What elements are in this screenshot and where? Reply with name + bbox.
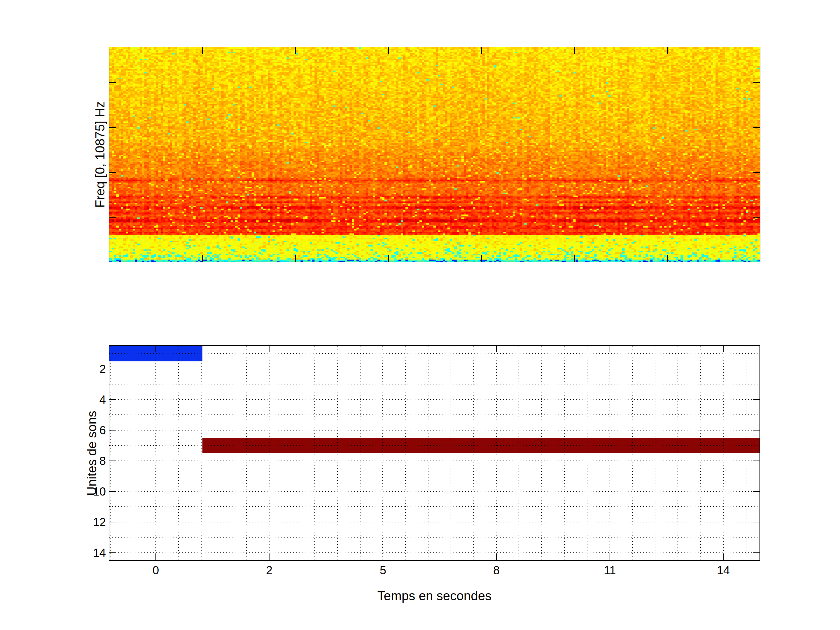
bars-x-tick-bottom-1 — [269, 554, 270, 560]
bars-gridline-h — [109, 369, 759, 369]
bars-gridline-v — [110, 346, 111, 560]
spectrogram-x-tick-bottom-0 — [202, 255, 203, 262]
spectrogram-x-tick-bottom-5 — [667, 255, 668, 262]
spectrogram-x-tick-top-4 — [574, 47, 575, 54]
bars-gridline-h — [109, 522, 759, 523]
bars-y-tick-label-2: 2 — [99, 363, 106, 375]
bars-x-tick-label-8: 8 — [493, 564, 500, 576]
bars-gridline-h — [109, 353, 759, 354]
bars-gridline-v — [155, 346, 156, 560]
bars-y-tick-right-10 — [753, 491, 759, 492]
bars-x-tick-label-14: 14 — [717, 564, 730, 576]
bars-gridline-v — [292, 346, 292, 560]
bars-gridline-h — [109, 430, 759, 431]
bars-gridline-v — [542, 346, 542, 560]
spectrogram-y-tick-right-0 — [753, 82, 760, 83]
bars-gridline-v — [360, 346, 360, 560]
bars-y-tick-right-6 — [753, 430, 759, 431]
spectrogram-y-tick-left-0 — [109, 82, 116, 83]
bars-gridline-v — [564, 346, 565, 560]
spectrogram-y-tick-right-1 — [753, 127, 760, 128]
bars-xlabel: Temps en secondes — [377, 589, 491, 602]
bars-y-tick-label-4: 4 — [99, 394, 106, 406]
bars-gridline-h — [109, 445, 759, 446]
bars-y-tick-left-10 — [109, 491, 116, 492]
bars-y-tick-label-12: 12 — [93, 516, 106, 528]
matlab-figure: Freq [0, 10875] Hz Unites de sons Temps … — [0, 0, 840, 630]
spectrogram-x-tick-top-1 — [295, 47, 296, 54]
bars-gridline-v — [746, 346, 746, 560]
bars-gridline-h — [109, 537, 759, 538]
bars-x-tick-label-5: 5 — [380, 564, 386, 576]
bars-gridline-v — [337, 346, 338, 560]
spectrogram-x-tick-bottom-1 — [295, 255, 296, 262]
bars-y-tick-left-12 — [109, 522, 116, 523]
bars-gridline-v — [201, 346, 202, 560]
bars-y-tick-left-14 — [109, 553, 116, 553]
bars-gridline-v — [178, 346, 179, 560]
bars-gridline-h — [109, 476, 759, 476]
spectrogram-canvas — [109, 47, 760, 262]
bars-x-tick-bottom-4 — [609, 554, 610, 560]
bars-axes — [109, 345, 760, 561]
spectrogram-y-tick-left-3 — [109, 217, 116, 218]
bars-y-tick-label-10: 10 — [93, 486, 106, 497]
bars-gridline-h — [109, 461, 759, 461]
bars-gridline-h — [109, 399, 759, 400]
bars-x-tick-top-0 — [155, 346, 156, 352]
bars-gridline-v — [133, 346, 133, 560]
bars-gridline-v — [677, 346, 678, 560]
bars-y-tick-left-6 — [109, 430, 116, 431]
spectrogram-y-tick-left-2 — [109, 172, 116, 173]
bars-gridline-h — [109, 553, 759, 553]
bars-x-tick-bottom-2 — [383, 554, 383, 560]
spectrogram-x-tick-top-2 — [388, 47, 389, 54]
bars-gridline-v — [723, 346, 724, 560]
bars-gridline-h — [109, 491, 759, 492]
bars-x-tick-label-2: 2 — [266, 564, 272, 576]
bars-gridline-h — [109, 384, 759, 384]
bars-x-tick-top-3 — [496, 346, 497, 352]
bars-gridline-v — [496, 346, 497, 560]
bars-gridline-v — [428, 346, 428, 560]
bars-gridline-v — [451, 346, 451, 560]
spectrogram-y-tick-right-3 — [753, 217, 760, 218]
bars-gridline-v — [224, 346, 224, 560]
spectrogram-x-tick-bottom-4 — [574, 255, 575, 262]
bars-y-tick-label-14: 14 — [93, 547, 106, 559]
bars-x-tick-top-1 — [269, 346, 270, 352]
spectrogram-ylabel: Freq [0, 10875] Hz — [94, 101, 106, 207]
bars-y-tick-right-14 — [753, 553, 759, 553]
bars-gridline-v — [405, 346, 406, 560]
bars-gridline-h — [109, 506, 759, 507]
bars-y-tick-right-2 — [753, 369, 759, 369]
bars-y-tick-left-8 — [109, 461, 116, 461]
bars-gridline-h — [109, 414, 759, 415]
spectrogram-axes — [109, 47, 760, 262]
bars-x-tick-label-11: 11 — [604, 564, 616, 576]
bars-gridline-v — [632, 346, 633, 560]
bars-x-tick-top-5 — [723, 346, 724, 352]
bars-gridline-v — [269, 346, 270, 560]
bars-x-tick-top-2 — [383, 346, 383, 352]
bars-y-tick-right-12 — [753, 522, 759, 523]
bars-x-tick-bottom-5 — [723, 554, 724, 560]
bars-y-tick-left-2 — [109, 369, 116, 369]
bars-gridline-v — [246, 346, 247, 560]
spectrogram-y-tick-left-1 — [109, 127, 116, 128]
bars-gridline-v — [609, 346, 610, 560]
bars-gridline-v — [382, 346, 383, 560]
spectrogram-y-tick-right-2 — [753, 172, 760, 173]
bars-gridline-v — [314, 346, 315, 560]
bars-y-tick-left-4 — [109, 399, 116, 400]
bars-x-tick-bottom-3 — [496, 554, 497, 560]
spectrogram-x-tick-bottom-3 — [481, 255, 482, 262]
spectrogram-x-tick-top-3 — [481, 47, 482, 54]
bars-x-tick-top-4 — [609, 346, 610, 352]
bars-gridline-v — [655, 346, 655, 560]
spectrogram-x-tick-bottom-2 — [388, 255, 389, 262]
bars-y-tick-right-8 — [753, 461, 759, 461]
bars-y-tick-label-8: 8 — [99, 455, 106, 467]
bars-y-tick-right-4 — [753, 399, 759, 400]
bars-ylabel: Unites de sons — [85, 411, 98, 496]
